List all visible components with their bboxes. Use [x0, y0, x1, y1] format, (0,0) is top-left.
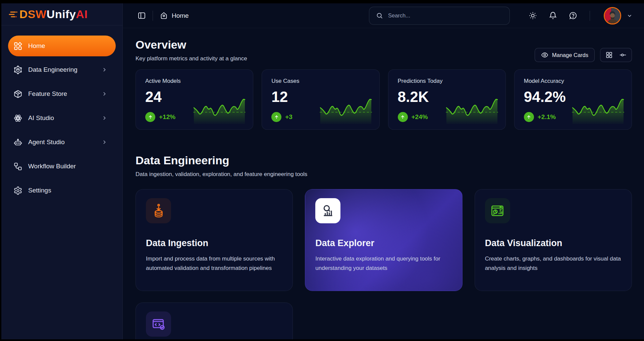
sidebar-nav: Home Data Engineering Feature St: [1, 25, 122, 198]
metric-delta: +24%: [398, 112, 428, 122]
sidebar-item-data-engineering[interactable]: Data Engineering: [8, 62, 116, 78]
topbar-divider: [153, 11, 153, 21]
app-window: DSWUnifyAI Home: [1, 3, 644, 339]
gear-icon: [13, 186, 22, 195]
card-description: Import and process data from multiple so…: [146, 254, 282, 273]
trend-up-icon: [398, 112, 408, 122]
breadcrumb-label: Home: [172, 12, 189, 19]
card-data-explorer[interactable]: Data Explorer Interactive data explorati…: [305, 189, 462, 291]
metric-delta-value: +2.1%: [538, 113, 556, 121]
trend-up-icon: [271, 112, 281, 122]
icon-tile: [146, 198, 171, 223]
metric-card-active-models[interactable]: Active Models 24 +12%: [136, 69, 253, 130]
metric-card-use-cases[interactable]: Use Cases 12 +3: [262, 69, 379, 130]
dashboard-grid-icon: [13, 42, 22, 51]
code-check-icon: [151, 317, 166, 332]
panel-left-toggle-icon[interactable]: [138, 11, 146, 20]
metric-label: Active Models: [145, 78, 245, 84]
sidebar-item-label: AI Studio: [28, 114, 54, 122]
page-subtitle: Key platform metrics and activity at a g…: [136, 55, 247, 62]
avatar[interactable]: [604, 7, 621, 24]
atom-icon: [13, 114, 22, 123]
sidebar-item-label: Workflow Builder: [28, 163, 76, 170]
view-toggle: [600, 48, 632, 62]
logo: DSWUnifyAI: [1, 3, 122, 25]
icon-tile: [315, 198, 340, 223]
sidebar-item-label: Data Engineering: [28, 66, 77, 73]
package-icon: [13, 90, 22, 99]
page-content: Overview Key platform metrics and activi…: [123, 28, 644, 339]
sidebar-item-home[interactable]: Home: [8, 36, 116, 56]
card-data-visualization[interactable]: Data Visualization Create charts, graphs…: [475, 189, 632, 291]
metric-label: Use Cases: [271, 78, 371, 84]
chevron-right-icon: [102, 67, 107, 72]
theme-sun-icon[interactable]: [529, 11, 537, 20]
overview-controls: Manage Cards: [535, 48, 632, 62]
metric-label: Model Accuracy: [524, 78, 624, 84]
sidebar-item-workflow-builder[interactable]: Workflow Builder: [8, 158, 116, 174]
icon-tile: [485, 198, 510, 223]
sidebar-item-feature-store[interactable]: Feature Store: [8, 86, 116, 102]
search-bar[interactable]: [369, 7, 510, 25]
metric-delta-value: +12%: [159, 113, 175, 121]
metric-label: Predictions Today: [398, 78, 497, 84]
grid-view-icon[interactable]: [605, 51, 613, 59]
metric-cards: Active Models 24 +12% Use Cases 12 +3: [136, 69, 632, 130]
metric-delta: +12%: [145, 112, 175, 122]
section-title: Data Engineering: [136, 154, 632, 167]
card-title: Data Explorer: [315, 238, 452, 248]
metric-card-predictions-today[interactable]: Predictions Today 8.2K +24%: [388, 69, 506, 130]
data-network-icon: [13, 65, 22, 74]
search-icon: [376, 12, 383, 19]
slider-view-icon[interactable]: [619, 51, 627, 59]
manage-cards-label: Manage Cards: [552, 52, 588, 58]
card-data-ingestion[interactable]: Data Ingestion Import and process data f…: [136, 189, 293, 291]
chevron-right-icon: [102, 139, 107, 145]
metric-card-model-accuracy[interactable]: Model Accuracy 94.2% +2.1%: [514, 69, 632, 130]
topbar-actions: [529, 7, 633, 24]
eye-icon: [541, 51, 548, 59]
card-description: Interactive data exploration and queryin…: [315, 254, 452, 273]
topbar: Home: [123, 3, 644, 28]
workflow-nodes-icon: [13, 162, 22, 171]
sidebar: DSWUnifyAI Home: [1, 3, 123, 339]
sparkline-chart: [572, 98, 624, 124]
card-title: Data Ingestion: [146, 238, 282, 248]
breadcrumb[interactable]: Home: [160, 11, 189, 20]
feature-cards: Data Ingestion Import and process data f…: [136, 189, 632, 291]
home-icon: [160, 11, 168, 20]
user-menu[interactable]: [604, 7, 633, 24]
sidebar-item-label: Feature Store: [28, 90, 67, 98]
help-icon[interactable]: [569, 11, 577, 20]
search-chart-icon: [321, 204, 335, 218]
sidebar-item-settings[interactable]: Settings: [8, 182, 116, 198]
sidebar-item-label: Home: [28, 42, 45, 50]
logo-dsw: DSW: [19, 8, 47, 20]
sparkline-chart: [193, 98, 246, 124]
topbar-divider: [590, 11, 590, 21]
logo-unify: Unify: [47, 8, 76, 20]
metric-delta-value: +24%: [412, 113, 428, 121]
chevron-down-icon[interactable]: [627, 13, 633, 19]
sidebar-item-label: Agent Studio: [28, 138, 65, 146]
sidebar-item-agent-studio[interactable]: Agent Studio: [8, 134, 116, 150]
card-title: Data Visualization: [485, 238, 622, 248]
metric-delta: +3: [271, 112, 292, 122]
notifications-bell-icon[interactable]: [549, 11, 557, 20]
logo-speed-lines-icon: [9, 9, 17, 20]
main-area: Home: [123, 3, 644, 339]
search-input[interactable]: [388, 12, 503, 19]
sidebar-item-ai-studio[interactable]: AI Studio: [8, 110, 116, 126]
icon-tile: [146, 311, 171, 337]
sidebar-item-label: Settings: [28, 187, 51, 194]
sparkline-chart: [320, 98, 372, 124]
metric-delta: +2.1%: [524, 112, 556, 122]
card-partial-bottom[interactable]: [136, 302, 293, 339]
section-subtitle: Data ingestion, validation, exploration,…: [136, 171, 632, 178]
sparkline-chart: [446, 98, 498, 124]
chevron-right-icon: [102, 91, 107, 97]
metric-delta-value: +3: [285, 113, 292, 121]
dashboard-chart-icon: [490, 204, 505, 218]
manage-cards-button[interactable]: Manage Cards: [535, 48, 595, 62]
card-description: Create charts, graphs, and dashboards fo…: [485, 254, 622, 273]
